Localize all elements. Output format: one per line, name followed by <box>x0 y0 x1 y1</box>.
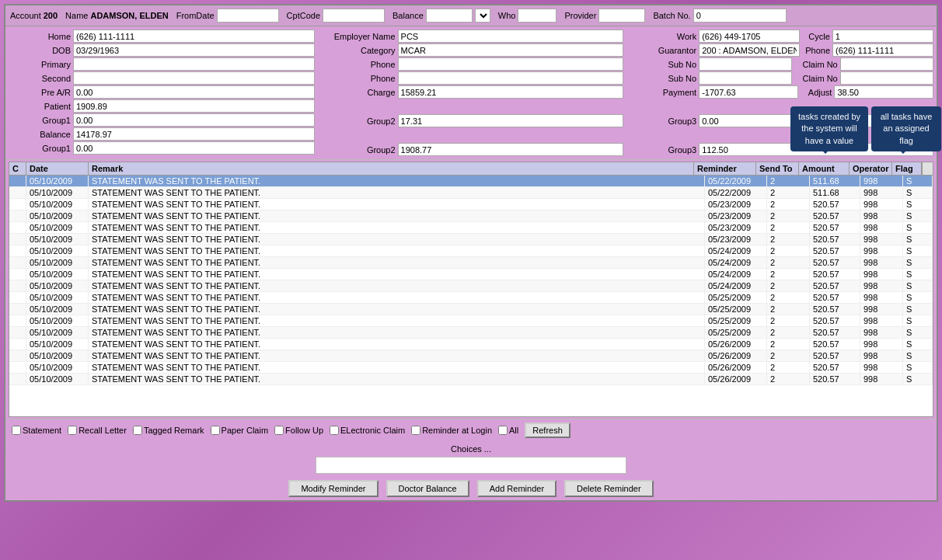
second-input[interactable] <box>73 71 315 85</box>
table-row[interactable]: 05/10/2009 STATEMENT WAS SENT TO THE PAT… <box>9 327 933 339</box>
work-input[interactable] <box>699 30 800 43</box>
cptcode-input[interactable] <box>323 9 385 23</box>
info-col2: Employer Name Category Phone Phone Charg… <box>318 29 624 157</box>
subno2-input[interactable] <box>699 71 792 85</box>
table-row[interactable]: 05/10/2009 STATEMENT WAS SENT TO THE PAT… <box>9 234 933 245</box>
table-row[interactable]: 05/10/2009 STATEMENT WAS SENT TO THE PAT… <box>9 350 933 362</box>
follow-up-checkbox-item[interactable]: Follow Up <box>274 426 323 435</box>
tagged-remark-label: Tagged Remark <box>144 426 204 435</box>
delete-reminder-button[interactable]: Delete Reminder <box>564 480 654 497</box>
employer-input[interactable] <box>398 30 624 43</box>
claimno-label: Claim No <box>802 60 837 69</box>
col-date: Date <box>26 162 89 175</box>
balance-input[interactable] <box>426 9 473 23</box>
col-remark: Remark <box>89 162 694 175</box>
table-row[interactable]: 05/10/2009 STATEMENT WAS SENT TO THE PAT… <box>9 339 933 350</box>
follow-up-checkbox[interactable] <box>274 426 284 435</box>
table-section: C Date Remark Reminder Send To Amount Op… <box>9 162 933 417</box>
paper-claim-checkbox[interactable] <box>211 426 220 435</box>
table-row[interactable]: 05/10/2009 STATEMENT WAS SENT TO THE PAT… <box>9 257 933 269</box>
fromdate-input[interactable] <box>217 9 279 23</box>
choices-section: Choices ... <box>5 441 937 477</box>
batchno-label: Batch No. <box>653 11 690 20</box>
dob-input[interactable] <box>73 43 315 57</box>
reminder-at-login-checkbox[interactable] <box>411 426 420 435</box>
choices-area[interactable] <box>316 457 626 474</box>
phone2-input[interactable] <box>398 57 624 71</box>
fromdate-label: FromDate <box>176 11 215 20</box>
tagged-remark-checkbox-item[interactable]: Tagged Remark <box>133 426 204 435</box>
patient-input[interactable] <box>73 99 315 113</box>
table-row[interactable]: 05/10/2009 STATEMENT WAS SENT TO THE PAT… <box>9 292 933 304</box>
reminder-at-login-checkbox-item[interactable]: Reminder at Login <box>411 426 492 435</box>
statement-checkbox-item[interactable]: Statement <box>12 426 61 435</box>
recall-letter-checkbox[interactable] <box>68 426 77 435</box>
all-checkbox-item[interactable]: All <box>498 426 518 435</box>
category-input[interactable] <box>398 43 624 57</box>
who-input[interactable] <box>518 9 556 23</box>
table-row[interactable]: 05/10/2009 STATEMENT WAS SENT TO THE PAT… <box>9 374 933 385</box>
group2-input[interactable] <box>398 114 624 127</box>
employer-label: Employer Name <box>318 32 396 41</box>
table-row[interactable]: 05/10/2009 STATEMENT WAS SENT TO THE PAT… <box>9 176 933 187</box>
account-label: Account <box>10 11 41 20</box>
subno-input[interactable] <box>699 57 792 71</box>
main-container: Account 200 Name ADAMSON, ELDEN FromDate… <box>4 4 938 502</box>
name-value: ADAMSON, ELDEN <box>90 11 168 20</box>
table-row[interactable]: 05/10/2009 STATEMENT WAS SENT TO THE PAT… <box>9 187 933 199</box>
table-row[interactable]: 05/10/2009 STATEMENT WAS SENT TO THE PAT… <box>9 362 933 374</box>
batchno-input[interactable] <box>693 9 787 23</box>
charge-input[interactable] <box>398 85 624 99</box>
table-row[interactable]: 05/10/2009 STATEMENT WAS SENT TO THE PAT… <box>9 315 933 327</box>
claimno2-input[interactable] <box>840 71 933 85</box>
group3b-label: Group3 <box>626 145 696 155</box>
table-row[interactable]: 05/10/2009 STATEMENT WAS SENT TO THE PAT… <box>9 210 933 222</box>
phone3-input[interactable] <box>398 71 624 85</box>
add-reminder-button[interactable]: Add Reminder <box>477 480 556 497</box>
table-row[interactable]: 05/10/2009 STATEMENT WAS SENT TO THE PAT… <box>9 280 933 292</box>
paper-claim-checkbox-item[interactable]: Paper Claim <box>211 426 269 435</box>
tooltip-area: tasks created by the system will have a … <box>790 106 941 151</box>
group1-input[interactable] <box>73 113 315 127</box>
balance-dropdown[interactable] <box>475 9 490 23</box>
subno-label: Sub No <box>626 60 696 69</box>
table-body[interactable]: 05/10/2009 STATEMENT WAS SENT TO THE PAT… <box>9 176 933 416</box>
batchno-field: Batch No. <box>653 9 786 23</box>
table-row[interactable]: 05/10/2009 STATEMENT WAS SENT TO THE PAT… <box>9 199 933 210</box>
group3-label: Group3 <box>626 117 696 126</box>
doctor-balance-button[interactable]: Doctor Balance <box>386 480 469 497</box>
table-row[interactable]: 05/10/2009 STATEMENT WAS SENT TO THE PAT… <box>9 245 933 257</box>
primary-input[interactable] <box>73 57 315 71</box>
payment-input[interactable] <box>699 85 798 99</box>
group2b-input[interactable] <box>398 143 624 156</box>
all-checkbox[interactable] <box>498 426 508 435</box>
all-label: All <box>509 426 518 435</box>
table-header: C Date Remark Reminder Send To Amount Op… <box>9 162 933 176</box>
cycle-input[interactable] <box>832 30 933 43</box>
recall-letter-checkbox-item[interactable]: Recall Letter <box>68 426 127 435</box>
info-col3: Work Cycle Guarantor Phone Sub No Claim … <box>626 29 933 157</box>
cptcode-label: CptCode <box>287 11 320 20</box>
phone-g-input[interactable] <box>832 43 933 57</box>
electronic-claim-checkbox-item[interactable]: ELectronic Claim <box>330 426 405 435</box>
table-row[interactable]: 05/10/2009 STATEMENT WAS SENT TO THE PAT… <box>9 222 933 234</box>
provider-input[interactable] <box>598 9 645 23</box>
claimno-input[interactable] <box>840 57 933 71</box>
modify-reminder-button[interactable]: Modify Reminder <box>288 480 378 497</box>
bottom-buttons: Modify Reminder Doctor Balance Add Remin… <box>5 477 937 500</box>
refresh-button[interactable]: Refresh <box>525 423 570 438</box>
table-row[interactable]: 05/10/2009 STATEMENT WAS SENT TO THE PAT… <box>9 269 933 280</box>
pre-ar-input[interactable] <box>73 85 315 99</box>
balance-pi-input[interactable] <box>73 127 315 141</box>
statement-checkbox[interactable] <box>12 426 21 435</box>
adjust-input[interactable] <box>834 85 933 99</box>
guarantor-input[interactable] <box>699 43 800 57</box>
tagged-remark-checkbox[interactable] <box>133 426 142 435</box>
electronic-claim-checkbox[interactable] <box>330 426 339 435</box>
group2b-label: Group2 <box>318 145 396 155</box>
home-input[interactable] <box>73 30 315 43</box>
table-row[interactable]: 05/10/2009 STATEMENT WAS SENT TO THE PAT… <box>9 304 933 315</box>
scroll-header <box>922 162 933 175</box>
group1b-input[interactable] <box>73 141 315 155</box>
provider-field: Provider <box>564 9 645 23</box>
